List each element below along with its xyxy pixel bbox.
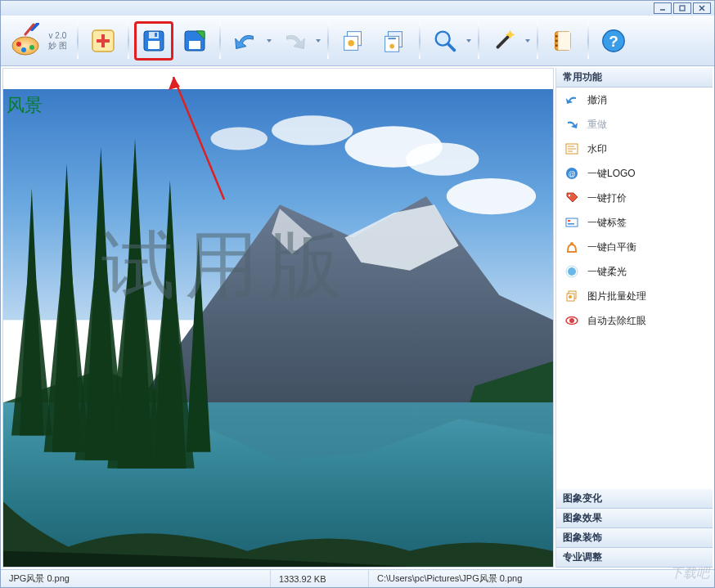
zoom-button[interactable] xyxy=(425,21,465,61)
svg-rect-30 xyxy=(558,31,570,50)
panel-header-common[interactable]: 常用功能 xyxy=(556,68,713,88)
svg-rect-53 xyxy=(568,223,574,225)
svg-text:?: ? xyxy=(609,32,618,49)
balance-icon xyxy=(564,240,579,254)
status-filesize: 1333.92 KB xyxy=(271,570,369,587)
toolbar-separator xyxy=(419,23,420,59)
svg-rect-25 xyxy=(388,38,395,39)
help-button[interactable]: ? xyxy=(594,21,633,61)
panel-item-label: 重做 xyxy=(587,118,607,132)
panel-item-label: 一键打价 xyxy=(587,191,627,205)
panel-item-soft[interactable]: 一键柔光 xyxy=(556,259,713,284)
batch-button-2[interactable] xyxy=(375,21,414,61)
save-button[interactable] xyxy=(134,21,173,61)
svg-line-27 xyxy=(448,43,455,50)
logo-icon: @ xyxy=(564,166,579,181)
panel-item-label: 撤消 xyxy=(587,93,607,107)
panel-item-watermark[interactable]: 水印 xyxy=(556,137,713,161)
redeye-icon xyxy=(564,313,579,328)
panel-item-batch[interactable]: 图片批量处理 xyxy=(556,284,713,308)
svg-rect-51 xyxy=(566,218,578,227)
notes-button[interactable] xyxy=(543,21,582,61)
image-caption: 风景 xyxy=(7,93,43,118)
panel-item-label: 一键柔光 xyxy=(587,265,627,279)
panel-item-undo[interactable]: 撤消 xyxy=(556,88,713,112)
svg-rect-14 xyxy=(148,41,160,49)
svg-rect-52 xyxy=(568,220,570,222)
svg-point-62 xyxy=(569,318,574,323)
panel-section-1[interactable]: 图象效果 xyxy=(556,509,713,528)
app-logo xyxy=(7,21,47,61)
svg-point-32 xyxy=(555,39,558,42)
toolbar-separator xyxy=(327,23,329,59)
panel-item-label: 一键标签 xyxy=(587,216,627,230)
panel-section-2[interactable]: 图象装饰 xyxy=(556,528,713,548)
site-watermark: 下载吧 xyxy=(670,565,709,582)
app-version: v 2.0 妙 图 xyxy=(48,31,67,51)
svg-point-33 xyxy=(555,44,558,47)
svg-point-21 xyxy=(348,40,354,47)
batch-button-1[interactable] xyxy=(334,21,373,61)
panel-item-tag[interactable]: 一键标签 xyxy=(556,210,713,235)
panel-item-redeye[interactable]: 自动去除红眼 xyxy=(556,308,713,333)
redo-icon xyxy=(564,117,579,132)
svg-rect-18 xyxy=(189,41,200,49)
soft-icon xyxy=(564,264,579,279)
close-button[interactable] xyxy=(693,2,711,14)
toolbar-separator xyxy=(537,23,538,59)
toolbar-separator xyxy=(128,23,129,59)
svg-point-7 xyxy=(29,45,34,50)
zoom-dropdown[interactable] xyxy=(465,21,473,61)
panel-item-balance[interactable]: 一键白平衡 xyxy=(556,235,713,259)
svg-point-38 xyxy=(406,143,479,176)
undo-button[interactable] xyxy=(226,21,265,61)
svg-line-43 xyxy=(173,77,224,200)
side-panel: 常用功能 撤消重做水印@一键LOGO一键打价一键标签一键白平衡一键柔光图片批量处… xyxy=(555,68,713,568)
magic-dropdown[interactable] xyxy=(524,21,532,61)
svg-point-24 xyxy=(389,43,394,48)
svg-point-6 xyxy=(21,47,26,52)
panel-section-0[interactable]: 图象变化 xyxy=(556,489,713,509)
svg-text:@: @ xyxy=(568,170,575,178)
panel-item-redo: 重做 xyxy=(556,112,713,137)
panel-item-price[interactable]: 一键打价 xyxy=(556,186,713,210)
svg-point-54 xyxy=(570,242,573,245)
titlebar xyxy=(1,1,714,16)
redo-dropdown[interactable] xyxy=(314,21,322,61)
svg-point-31 xyxy=(555,34,558,37)
undo-dropdown[interactable] xyxy=(265,21,273,61)
panel-item-label: 一键LOGO xyxy=(587,167,636,181)
save-as-button[interactable] xyxy=(175,21,214,61)
annotation-arrow xyxy=(101,77,265,240)
status-filepath: C:\Users\pc\Pictures\JPG风景 0.png xyxy=(369,570,714,587)
maximize-button[interactable] xyxy=(673,2,691,14)
toolbar-separator xyxy=(77,23,79,59)
toolbar-separator xyxy=(219,23,221,59)
new-file-button[interactable] xyxy=(83,21,123,61)
watermark-icon xyxy=(564,141,579,156)
panel-item-label: 图片批量处理 xyxy=(587,290,646,303)
panel-items-list: 撤消重做水印@一键LOGO一键打价一键标签一键白平衡一键柔光图片批量处理自动去除… xyxy=(556,88,713,489)
version-text: v 2.0 xyxy=(49,31,67,41)
redo-button[interactable] xyxy=(275,21,314,61)
panel-item-label: 自动去除红眼 xyxy=(587,314,646,328)
panel-item-label: 水印 xyxy=(587,142,607,156)
svg-rect-1 xyxy=(680,6,685,11)
svg-line-28 xyxy=(497,34,510,47)
svg-point-56 xyxy=(568,267,576,276)
toolbar-separator xyxy=(587,23,589,59)
svg-point-5 xyxy=(16,42,21,47)
toolbar: v 2.0 妙 图 xyxy=(1,16,714,66)
svg-point-4 xyxy=(12,37,38,55)
magic-wand-button[interactable] xyxy=(484,21,524,61)
batch-icon xyxy=(564,289,579,303)
undo-icon xyxy=(564,92,579,107)
price-icon xyxy=(564,191,579,205)
panel-item-logo[interactable]: @一键LOGO xyxy=(556,161,713,186)
app-name-text: 妙 图 xyxy=(48,41,67,51)
canvas-area[interactable]: 风景 试用版 xyxy=(2,68,554,568)
svg-point-60 xyxy=(569,295,572,298)
tag-icon xyxy=(564,215,579,230)
minimize-button[interactable] xyxy=(654,2,672,14)
svg-point-50 xyxy=(569,195,570,196)
